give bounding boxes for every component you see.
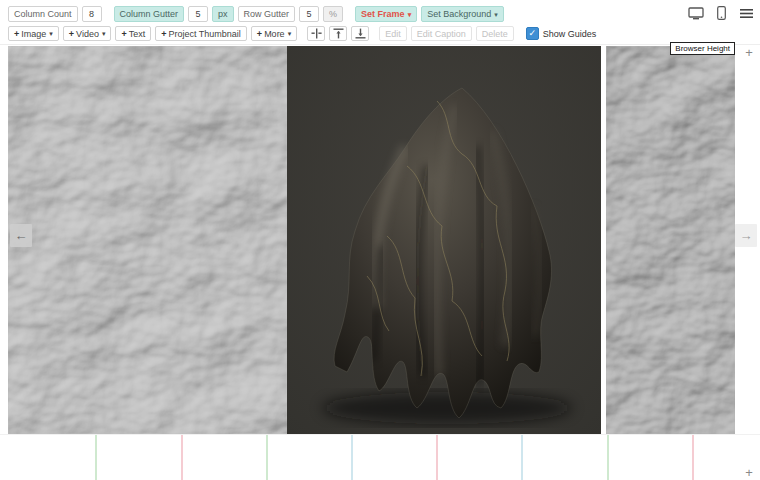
desktop-preview-button[interactable] — [688, 6, 704, 20]
add-image-button[interactable]: + Image ▾ — [8, 26, 59, 41]
mobile-preview-button[interactable] — [713, 6, 729, 20]
column-guide — [692, 435, 694, 480]
plus-icon: + — [257, 29, 262, 39]
add-project-thumbnail-button[interactable]: + Project Thumbnail — [155, 26, 247, 41]
column-gutter-input[interactable] — [188, 6, 208, 22]
chevron-down-icon: ▾ — [102, 30, 106, 37]
monitor-icon — [688, 7, 704, 20]
align-top-icon — [333, 28, 344, 39]
set-frame-button[interactable]: Set Frame ▾ — [355, 6, 417, 22]
texture-image-right[interactable] — [606, 46, 735, 434]
distribute-horizontal-icon — [311, 28, 322, 39]
column-gutter-label: Column Gutter — [114, 6, 185, 22]
plus-icon: + — [14, 29, 19, 39]
column-guide — [95, 435, 97, 480]
prev-arrow-button[interactable]: ← — [10, 224, 32, 247]
add-text-button[interactable]: + Text — [115, 26, 151, 41]
preview-controls — [688, 6, 754, 20]
add-more-button[interactable]: + More ▾ — [251, 26, 297, 41]
edit-caption-button[interactable]: Edit Caption — [411, 26, 472, 41]
show-guides-label: Show Guides — [543, 29, 597, 39]
distribute-horizontal-button[interactable] — [307, 26, 325, 41]
column-count-input[interactable] — [82, 6, 102, 22]
next-arrow-button[interactable]: → — [735, 224, 757, 247]
stone-texture-right — [606, 46, 735, 434]
add-content-button-bottom[interactable]: + — [741, 464, 757, 480]
row-gutter-unit: % — [323, 6, 343, 22]
stone-texture-left — [8, 46, 287, 434]
toolbar-divider — [0, 44, 760, 45]
align-top-button[interactable] — [329, 26, 347, 41]
column-count-label: Column Count — [8, 6, 78, 22]
draped-cloth-render — [287, 46, 601, 434]
cloth-render-image[interactable] — [287, 46, 601, 434]
set-background-button[interactable]: Set Background ▾ — [421, 6, 504, 22]
phone-icon — [717, 6, 726, 20]
column-gutter-unit: px — [212, 6, 234, 22]
chevron-down-icon: ▾ — [49, 30, 53, 37]
arrow-left-icon: ← — [15, 228, 28, 243]
arrow-right-icon: → — [740, 228, 753, 243]
chevron-down-icon: ▾ — [408, 11, 412, 18]
browser-height-badge: Browser Height — [670, 42, 735, 55]
plus-icon: + — [161, 29, 166, 39]
toolbar-row-primary: Column Count Column Gutter px Row Gutter… — [8, 4, 504, 24]
plus-icon: + — [745, 45, 753, 60]
column-guide — [436, 435, 438, 480]
menu-button[interactable] — [738, 6, 754, 20]
toolbar-row-insert: + Image ▾ + Video ▾ + Text + Project Thu… — [8, 25, 596, 42]
show-guides-control: ✓ Show Guides — [526, 27, 597, 40]
column-guide — [266, 435, 268, 480]
texture-image-left[interactable] — [8, 46, 287, 434]
plus-icon: + — [745, 465, 753, 480]
plus-icon: + — [69, 29, 74, 39]
show-guides-checkbox[interactable]: ✓ — [526, 27, 539, 40]
check-icon: ✓ — [528, 28, 536, 39]
column-guide — [521, 435, 523, 480]
column-guides — [0, 434, 760, 480]
align-bottom-icon — [355, 28, 366, 39]
hamburger-menu-icon — [740, 8, 753, 19]
add-content-button-top[interactable]: + — [741, 44, 757, 60]
add-video-button[interactable]: + Video ▾ — [63, 26, 112, 41]
row-gutter-label: Row Gutter — [238, 6, 296, 22]
plus-icon: + — [121, 29, 126, 39]
chevron-down-icon: ▾ — [494, 11, 498, 18]
row-gutter-input[interactable] — [299, 6, 319, 22]
column-guide — [351, 435, 353, 480]
column-guide — [607, 435, 609, 480]
edit-button[interactable]: Edit — [379, 26, 407, 41]
chevron-down-icon: ▾ — [288, 30, 292, 37]
align-bottom-button[interactable] — [351, 26, 369, 41]
column-guide — [181, 435, 183, 480]
delete-button[interactable]: Delete — [476, 26, 514, 41]
